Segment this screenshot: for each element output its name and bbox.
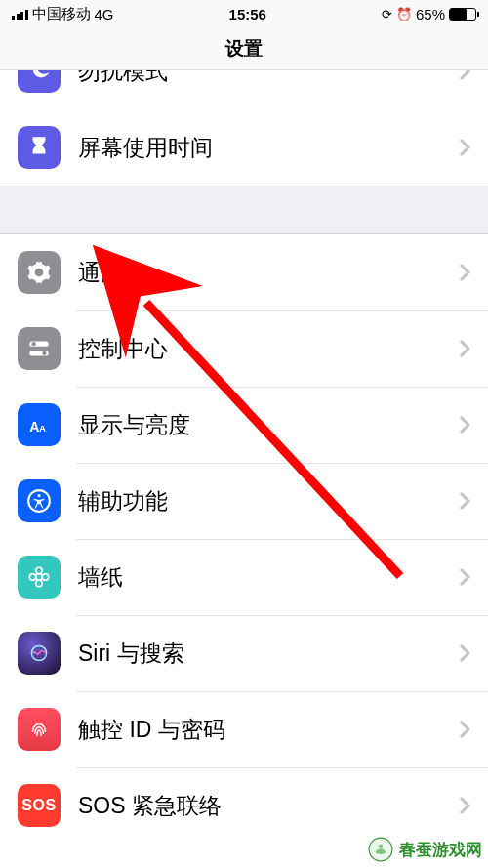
chevron-right-icon <box>459 567 470 587</box>
chevron-right-icon <box>459 643 470 663</box>
svg-point-8 <box>36 574 43 581</box>
row-label: 勿扰模式 <box>78 70 459 87</box>
row-label: 屏幕使用时间 <box>78 133 459 163</box>
watermark-logo-icon <box>368 837 393 862</box>
row-touch-id-passcode[interactable]: 触控 ID 与密码 <box>0 691 488 767</box>
svg-point-9 <box>36 567 43 574</box>
watermark-text: 春蚕游戏网 <box>399 839 482 861</box>
row-control-center[interactable]: 控制中心 <box>0 310 488 387</box>
row-label: 墙纸 <box>78 562 459 593</box>
svg-point-7 <box>37 494 40 497</box>
svg-point-11 <box>29 574 36 581</box>
battery-percent-label: 65% <box>416 6 445 22</box>
svg-point-12 <box>42 574 49 581</box>
chevron-right-icon <box>459 796 470 815</box>
row-siri-search[interactable]: Siri 与搜索 <box>0 615 488 691</box>
row-display-brightness[interactable]: AA 显示与亮度 <box>0 387 488 463</box>
chevron-right-icon <box>459 263 470 282</box>
moon-icon <box>18 70 61 93</box>
row-wallpaper[interactable]: 墙纸 <box>0 539 488 615</box>
chevron-right-icon <box>459 720 470 739</box>
row-general[interactable]: 通用 <box>0 234 488 310</box>
chevron-right-icon <box>459 138 470 157</box>
status-left: 中国移动 4G <box>12 5 114 23</box>
signal-icon <box>12 8 28 20</box>
alarm-icon: ⏰ <box>396 7 412 21</box>
svg-text:A: A <box>29 419 39 434</box>
row-label: 显示与亮度 <box>78 410 459 440</box>
chevron-right-icon <box>459 491 470 511</box>
page-title: 设置 <box>225 36 263 62</box>
row-accessibility[interactable]: 辅助功能 <box>0 463 488 539</box>
svg-text:A: A <box>39 423 46 434</box>
row-emergency-sos[interactable]: SOS SOS 紧急联络 <box>0 767 488 844</box>
accessibility-icon <box>18 479 61 522</box>
settings-group-1: 勿扰模式 屏幕使用时间 <box>0 70 488 186</box>
settings-group-2: 通用 控制中心 AA 显示与亮度 辅助功能 <box>0 234 488 844</box>
siri-icon <box>18 632 61 675</box>
svg-point-3 <box>42 351 46 355</box>
row-label: SOS 紧急联络 <box>78 791 459 821</box>
status-right: ⟳ ⏰ 65% <box>382 6 476 22</box>
carrier-label: 中国移动 <box>32 5 91 23</box>
row-screen-time[interactable]: 屏幕使用时间 <box>0 109 488 186</box>
row-do-not-disturb[interactable]: 勿扰模式 <box>0 70 488 109</box>
status-bar: 中国移动 4G 15:56 ⟳ ⏰ 65% <box>0 0 488 27</box>
settings-screen: 中国移动 4G 15:56 ⟳ ⏰ 65% 设置 勿扰模式 <box>0 0 488 868</box>
svg-point-1 <box>31 342 35 346</box>
watermark: 春蚕游戏网 <box>368 837 482 862</box>
row-label: 触控 ID 与密码 <box>78 715 459 745</box>
hourglass-icon <box>18 126 61 169</box>
flower-icon <box>18 556 61 599</box>
sos-icon-text: SOS <box>21 797 56 814</box>
group-separator <box>0 186 488 234</box>
svg-point-16 <box>379 845 383 848</box>
svg-point-10 <box>36 580 43 587</box>
row-label: 辅助功能 <box>78 486 459 517</box>
chevron-right-icon <box>459 415 470 434</box>
clock-label: 15:56 <box>114 6 382 22</box>
chevron-right-icon <box>459 339 470 358</box>
fingerprint-icon <box>18 708 61 751</box>
toggles-icon <box>18 327 61 370</box>
chevron-right-icon <box>459 70 470 81</box>
network-label: 4G <box>95 6 114 22</box>
sos-icon: SOS <box>18 784 61 827</box>
row-label: Siri 与搜索 <box>78 639 459 669</box>
row-label: 通用 <box>78 258 459 288</box>
text-size-icon: AA <box>18 403 61 446</box>
battery-icon <box>449 8 476 21</box>
rotation-lock-icon: ⟳ <box>382 7 392 21</box>
gear-icon <box>18 251 61 294</box>
nav-bar: 设置 <box>0 27 488 70</box>
row-label: 控制中心 <box>78 334 459 364</box>
